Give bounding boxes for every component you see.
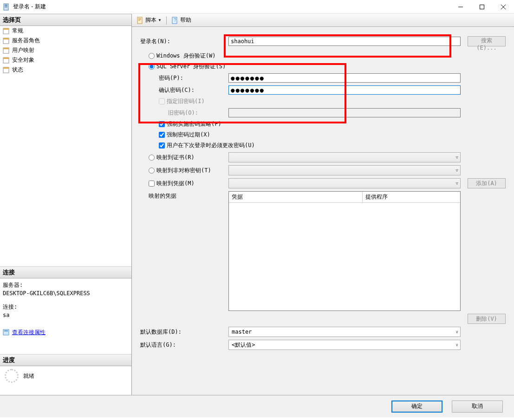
svg-rect-5	[480, 5, 484, 9]
progress-status: 就绪	[23, 372, 34, 380]
specify-old-label: 指定旧密码(I)	[167, 97, 205, 105]
sidebar-item-label: 安全对象	[12, 56, 34, 64]
default-db-label: 默认数据库(D):	[140, 328, 228, 336]
enforce-expiry-label: 强制密码过期(X)	[167, 131, 210, 139]
enforce-policy-checkbox[interactable]: 强制实施密码策略(F)	[159, 120, 221, 128]
map-cert-radio[interactable]: 映射到证书(R)	[149, 154, 228, 162]
help-label: 帮助	[180, 16, 191, 24]
sidebar-item-user-mapping[interactable]: 用户映射	[0, 45, 131, 55]
svg-rect-1	[5, 5, 7, 6]
map-cert-label: 映射到证书(R)	[156, 154, 195, 162]
connection-info: 服务器: DESKTOP-GKILC6B\SQLEXPRESS 连接: sa 查…	[0, 278, 131, 341]
table-header: 凭据 提供程序	[229, 192, 460, 203]
main-layout: 选择页 常规 服务器角色 用户映射 安全对象 状态	[0, 14, 514, 395]
titlebar: 登录名 - 新建	[0, 0, 514, 14]
svg-rect-11	[3, 38, 9, 39]
enforce-expiry-checkbox[interactable]: 强制密码过期(X)	[159, 131, 210, 139]
svg-rect-17	[3, 67, 9, 69]
default-db-select[interactable]: master ∨	[228, 327, 461, 337]
login-name-input[interactable]	[228, 37, 461, 46]
sidebar-item-general[interactable]: 常规	[0, 26, 131, 36]
app-icon	[3, 3, 10, 11]
windows-auth-radio[interactable]: Windows 身份验证(W)	[149, 52, 215, 60]
content: 脚本 ▼ ? 帮助 登录名(N): 搜索(E)...	[132, 14, 514, 395]
old-password-label: 旧密码(O):	[168, 109, 228, 117]
minimize-button[interactable]	[450, 0, 471, 14]
default-lang-label: 默认语言(G):	[140, 341, 228, 349]
dropdown-arrow-icon: ▼	[158, 18, 162, 22]
cancel-button[interactable]: 取消	[452, 401, 503, 413]
mapped-creds-label: 映射的凭据	[149, 191, 228, 200]
svg-rect-18	[3, 330, 9, 335]
chevron-down-icon: ∨	[456, 342, 458, 347]
page-icon	[3, 37, 10, 45]
server-value: DESKTOP-GKILC6B\SQLEXPRESS	[3, 290, 129, 297]
confirm-password-label: 确认密码(C):	[159, 86, 228, 94]
page-list: 常规 服务器角色 用户映射 安全对象 状态	[0, 26, 131, 75]
default-db-value: master	[232, 329, 252, 335]
default-lang-select[interactable]: <默认值> ∨	[228, 340, 461, 350]
properties-icon	[3, 329, 10, 336]
map-asym-label: 映射到非对称密钥(T)	[156, 167, 211, 174]
svg-rect-13	[3, 48, 9, 49]
old-password-input	[228, 108, 461, 117]
must-change-checkbox[interactable]: 用户在下次登录时必须更改密码(U)	[159, 142, 255, 149]
help-button[interactable]: ? 帮助	[169, 15, 193, 25]
page-icon	[3, 27, 10, 35]
script-label: 脚本	[145, 16, 156, 24]
cred-column: 凭据	[229, 192, 363, 202]
svg-rect-2	[5, 6, 7, 6]
sql-auth-label: SQL Server 身份验证(S)	[156, 63, 226, 71]
add-button: 添加(A)	[468, 178, 506, 188]
page-icon	[3, 66, 10, 74]
map-asym-radio[interactable]: 映射到非对称密钥(T)	[149, 167, 228, 174]
view-connection-link[interactable]: 查看连接属性	[3, 329, 46, 336]
cred-select: ▽	[228, 178, 461, 188]
chevron-down-icon: ∨	[456, 330, 458, 334]
select-page-header: 选择页	[0, 14, 131, 26]
server-label: 服务器:	[3, 281, 129, 289]
button-bar: 确定 取消	[0, 395, 514, 417]
windows-auth-label: Windows 身份验证(W)	[156, 52, 215, 60]
svg-rect-3	[5, 7, 7, 7]
sidebar-item-status[interactable]: 状态	[0, 65, 131, 75]
progress-info: 就绪	[0, 366, 131, 386]
content-toolbar: 脚本 ▼ ? 帮助	[132, 14, 514, 27]
svg-rect-9	[3, 28, 9, 30]
default-lang-value: <默认值>	[232, 341, 255, 349]
login-name-label: 登录名(N):	[140, 38, 228, 45]
sql-auth-radio[interactable]: SQL Server 身份验证(S)	[149, 63, 226, 71]
sidebar-item-server-roles[interactable]: 服务器角色	[0, 36, 131, 45]
ok-button[interactable]: 确定	[391, 401, 442, 413]
cert-select: ▽	[228, 152, 461, 162]
sidebar-item-securables[interactable]: 安全对象	[0, 55, 131, 65]
sidebar-item-label: 常规	[12, 27, 23, 35]
specify-old-checkbox: 指定旧密码(I)	[159, 97, 205, 105]
credentials-table[interactable]: 凭据 提供程序	[228, 191, 461, 311]
enforce-policy-label: 强制实施密码策略(F)	[167, 120, 221, 128]
script-button[interactable]: 脚本 ▼	[135, 15, 163, 25]
conn-value: sa	[3, 312, 129, 318]
must-change-label: 用户在下次登录时必须更改密码(U)	[167, 142, 255, 149]
map-cred-checkbox[interactable]: 映射到凭据(M)	[149, 180, 228, 187]
asym-select: ▽	[228, 165, 461, 175]
connection-header: 连接	[0, 266, 131, 278]
sidebar-item-label: 状态	[12, 66, 23, 74]
form-area: 登录名(N): 搜索(E)... Windows 身份验证(W)	[132, 27, 514, 395]
confirm-password-input[interactable]	[228, 85, 461, 95]
search-button[interactable]: 搜索(E)...	[468, 36, 506, 46]
view-connection-label: 查看连接属性	[12, 329, 46, 336]
svg-rect-15	[3, 58, 9, 59]
password-input[interactable]	[228, 73, 461, 83]
conn-label: 连接:	[3, 303, 129, 311]
window-controls	[450, 0, 514, 14]
svg-text:?: ?	[174, 18, 176, 23]
password-label: 密码(P):	[159, 74, 228, 82]
maximize-button[interactable]	[471, 0, 493, 14]
sidebar-item-label: 服务器角色	[12, 37, 40, 45]
window-title: 登录名 - 新建	[13, 3, 450, 11]
sidebar-item-label: 用户映射	[12, 46, 34, 54]
close-button[interactable]	[493, 0, 514, 14]
progress-header: 进度	[0, 354, 131, 366]
sidebar: 选择页 常规 服务器角色 用户映射 安全对象 状态	[0, 14, 132, 395]
